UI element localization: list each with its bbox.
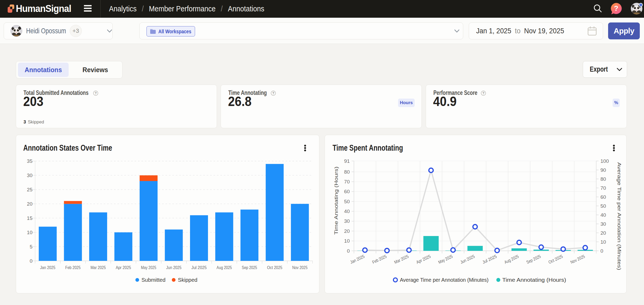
svg-text:30: 30 — [344, 218, 350, 224]
svg-text:Feb 2025: Feb 2025 — [371, 254, 387, 265]
svg-text:Jul 2025: Jul 2025 — [191, 265, 207, 270]
svg-text:?: ? — [272, 91, 274, 95]
svg-text:Oct 2025: Oct 2025 — [267, 265, 282, 270]
svg-text:90: 90 — [600, 167, 606, 173]
svg-text:Mar 2025: Mar 2025 — [394, 254, 410, 265]
svg-text:25: 25 — [27, 187, 32, 192]
svg-text:Jun 2025: Jun 2025 — [166, 265, 182, 270]
svg-text:60: 60 — [600, 194, 606, 200]
svg-text:Apr 2025: Apr 2025 — [116, 265, 131, 270]
svg-text:Sep 2025: Sep 2025 — [242, 265, 257, 270]
svg-text:Time Spent Annotating: Time Spent Annotating — [333, 143, 403, 152]
svg-text:80: 80 — [600, 176, 606, 182]
svg-text:0: 0 — [30, 258, 32, 264]
svg-text:Aug 2025: Aug 2025 — [217, 265, 232, 270]
svg-text:0: 0 — [600, 248, 603, 254]
svg-text:20: 20 — [344, 228, 350, 234]
svg-text:40: 40 — [600, 212, 606, 218]
svg-text:Jul 2025: Jul 2025 — [482, 254, 498, 265]
svg-text:10: 10 — [27, 230, 32, 235]
svg-text:Submitted: Submitted — [141, 277, 165, 283]
svg-text:20: 20 — [27, 201, 32, 207]
svg-text:Aug 2025: Aug 2025 — [504, 254, 520, 265]
svg-text:80: 80 — [344, 169, 350, 175]
svg-text:Nov 2025: Nov 2025 — [292, 265, 307, 270]
svg-text:Nov 2025: Nov 2025 — [570, 254, 586, 265]
svg-text:70: 70 — [344, 179, 350, 184]
svg-text:May 2025: May 2025 — [141, 265, 156, 270]
svg-text:Jan 2025: Jan 2025 — [40, 265, 55, 270]
svg-text:5: 5 — [30, 244, 32, 249]
svg-text:Jun 2025: Jun 2025 — [460, 254, 476, 265]
svg-text:Sep 2025: Sep 2025 — [525, 254, 542, 265]
svg-text:40: 40 — [344, 209, 350, 214]
svg-text:70: 70 — [600, 185, 606, 191]
svg-text:?: ? — [614, 4, 618, 12]
svg-text:Mar 2025: Mar 2025 — [91, 265, 106, 270]
svg-text:91: 91 — [344, 158, 350, 164]
svg-text:60: 60 — [344, 189, 350, 194]
svg-text:20: 20 — [600, 230, 606, 236]
svg-text:?: ? — [95, 91, 97, 95]
svg-text:100: 100 — [600, 158, 609, 164]
svg-text:35: 35 — [27, 158, 32, 164]
svg-text:50: 50 — [600, 203, 606, 209]
svg-text:0: 0 — [347, 248, 350, 254]
svg-text:May 2025: May 2025 — [438, 254, 454, 265]
svg-text:Feb 2025: Feb 2025 — [65, 265, 80, 270]
svg-text:Average Time per Annotation (M: Average Time per Annotation (Minutes) — [617, 162, 622, 270]
svg-text:Skipped: Skipped — [178, 277, 197, 283]
svg-text:30: 30 — [27, 173, 32, 178]
svg-text:Time Annotating (Hours): Time Annotating (Hours) — [502, 277, 566, 283]
svg-text:30: 30 — [600, 221, 606, 227]
svg-text:Jan 2025: Jan 2025 — [349, 254, 366, 265]
svg-text:?: ? — [482, 91, 485, 95]
svg-text:Annotation States Over Time: Annotation States Over Time — [23, 143, 112, 152]
svg-text:10: 10 — [344, 238, 350, 244]
svg-text:15: 15 — [27, 215, 32, 221]
svg-text:10: 10 — [600, 239, 606, 245]
svg-text:Time Annotating (Hours): Time Annotating (Hours) — [333, 167, 339, 235]
svg-text:Oct 2025: Oct 2025 — [548, 254, 564, 265]
svg-text:Average Time per Annotation (M: Average Time per Annotation (Minutes) — [400, 277, 489, 283]
svg-text:50: 50 — [344, 199, 350, 204]
svg-text:Apr 2025: Apr 2025 — [415, 254, 432, 265]
